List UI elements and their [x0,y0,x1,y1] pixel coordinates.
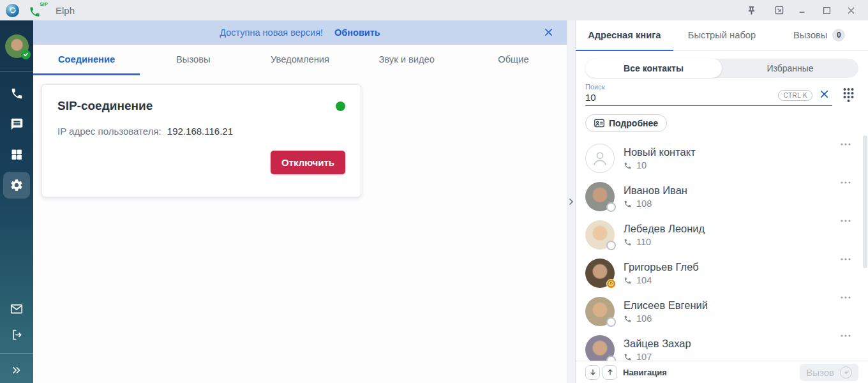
tab-speed-dial[interactable]: Быстрый набор [673,20,771,51]
contact-menu-icon[interactable] [841,254,851,283]
navigation-label: Навигация [623,368,667,377]
contact-row[interactable]: Новый контакт 10 [585,139,858,177]
tab-calls[interactable]: Вызовы [140,45,246,75]
sip-phone-icon: SIP [29,3,45,18]
contact-number: 110 [636,237,651,247]
contact-menu-icon[interactable] [841,292,851,322]
search-input[interactable]: Поиск 10 CTRL K [585,83,832,106]
call-button[interactable]: Вызов [800,364,858,381]
ip-label: IP адрес пользователя: [57,126,161,137]
arrow-up-icon [606,368,614,376]
window-title: Elph [56,5,75,16]
contacts-filter-segmented: Все контакты Избранные [585,59,858,78]
shortcut-chip: CTRL K [778,90,812,101]
banner-close-icon[interactable] [543,27,554,40]
contact-avatar [585,144,615,173]
tab-calls-list[interactable]: Вызовы 0 [770,20,868,51]
contacts-list: Новый контакт 10 Иванов Иван 108 [576,138,868,361]
contact-avatar [585,335,615,361]
details-button[interactable]: Подробнее [585,114,667,132]
contacts-panel: Адресная книга Быстрый набор Вызовы 0 Вс… [576,20,868,383]
phone-icon [624,315,632,323]
sidebar-item-chat[interactable] [3,109,30,139]
sip-badge-label: SIP [40,2,48,6]
segment-favorites[interactable]: Избранные [722,59,858,78]
chat-icon [10,117,24,131]
tab-address-book[interactable]: Адресная книга [576,20,673,51]
connection-status-dot [336,101,345,111]
contact-name: Елисеев Евгений [624,299,841,312]
contact-avatar [585,259,615,288]
panel-collapse-handle[interactable] [567,20,576,383]
sidebar-divider [0,71,33,71]
presence-badge [606,356,616,361]
contact-menu-icon[interactable] [841,177,851,207]
panel-tab-bar: Адресная книга Быстрый набор Вызовы 0 [576,20,868,51]
contact-number: 107 [636,352,652,361]
sidebar-item-settings[interactable] [3,172,30,199]
segment-all-contacts[interactable]: Все контакты [585,59,722,78]
search-value[interactable]: 10 [585,92,778,103]
logout-icon [10,328,24,342]
tab-notifications[interactable]: Уведомления [246,45,353,75]
contact-card-icon [594,119,604,128]
card-title: SIP-соединение [57,99,336,113]
tab-label: Быстрый набор [688,30,756,40]
presence-badge [606,202,616,212]
navigate-up-button[interactable] [602,365,617,380]
contact-number: 10 [636,160,647,170]
panel-footer: Навигация Вызов [576,361,868,383]
sidebar-divider [0,353,33,354]
close-icon[interactable] [841,3,860,18]
arrow-down-icon [589,368,597,376]
contact-avatar [585,182,615,211]
contact-number: 104 [636,275,652,285]
contact-avatar [585,297,615,326]
contact-row[interactable]: Зайцев Захар 107 [585,331,858,361]
sidebar-expand-button[interactable] [3,359,30,382]
user-avatar[interactable] [5,34,29,58]
contact-menu-icon[interactable] [841,139,851,169]
sidebar-item-logout[interactable] [3,322,30,348]
contact-name: Иванов Иван [624,184,841,197]
contact-row[interactable]: Григорьев Глеб 104 [585,254,858,292]
phone-icon [624,276,632,285]
update-banner: Доступна новая версия! Обновить [33,20,567,45]
navigate-down-button[interactable] [585,365,600,380]
chevron-right-icon [568,198,574,206]
pin-icon[interactable] [742,3,761,18]
settings-tab-bar: Соединение Вызовы Уведомления Звук и вид… [33,45,567,75]
person-placeholder-icon [590,149,610,168]
sidebar-item-mail[interactable] [3,296,30,322]
disconnect-button[interactable]: Отключить [271,151,345,174]
update-button[interactable]: Обновить [334,27,380,38]
minimize-icon[interactable] [793,3,812,18]
contact-menu-icon[interactable] [841,216,851,245]
maximize-icon[interactable] [817,3,836,18]
contact-row[interactable]: Елисеев Евгений 106 [585,292,858,331]
details-button-label: Подробнее [609,118,658,128]
contact-row[interactable]: Лебедев Леонид 110 [585,216,858,254]
phone-icon [10,87,24,100]
dialpad-icon[interactable] [842,87,855,105]
double-chevron-right-icon [11,364,22,376]
search-row: Поиск 10 CTRL K [576,78,868,106]
sip-connection-card: SIP-соединение IP адрес пользователя: 19… [41,84,361,197]
tab-connection[interactable]: Соединение [33,45,140,75]
presence-badge [606,241,616,250]
sidebar-item-phone[interactable] [3,78,30,109]
presence-badge [606,317,616,327]
titlebar: SIP Elph [0,0,868,20]
sidebar-item-apps[interactable] [3,139,30,170]
contact-row[interactable]: Иванов Иван 108 [585,177,858,216]
clear-search-icon[interactable] [819,89,830,102]
tab-sound-video[interactable]: Звук и видео [354,45,460,75]
contact-menu-icon[interactable] [841,331,851,360]
scrollbar-thumb[interactable] [863,135,867,268]
compact-view-icon[interactable] [770,3,789,18]
phone-icon [624,161,632,170]
tab-general[interactable]: Общие [460,45,567,75]
apps-grid-icon [10,148,23,161]
contact-name: Новый контакт [624,146,841,158]
enter-key-icon [840,366,852,379]
